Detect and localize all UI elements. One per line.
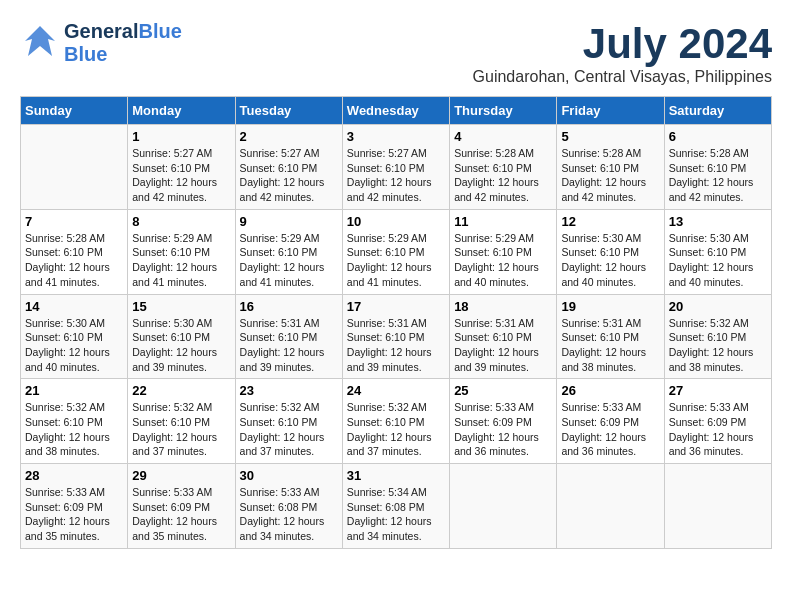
calendar-cell: 18Sunrise: 5:31 AM Sunset: 6:10 PM Dayli… xyxy=(450,294,557,379)
calendar-week-row: 1Sunrise: 5:27 AM Sunset: 6:10 PM Daylig… xyxy=(21,125,772,210)
calendar-cell: 22Sunrise: 5:32 AM Sunset: 6:10 PM Dayli… xyxy=(128,379,235,464)
calendar-cell: 29Sunrise: 5:33 AM Sunset: 6:09 PM Dayli… xyxy=(128,464,235,549)
day-info: Sunrise: 5:33 AM Sunset: 6:09 PM Dayligh… xyxy=(132,485,230,544)
calendar-cell: 3Sunrise: 5:27 AM Sunset: 6:10 PM Daylig… xyxy=(342,125,449,210)
day-info: Sunrise: 5:32 AM Sunset: 6:10 PM Dayligh… xyxy=(240,400,338,459)
day-number: 13 xyxy=(669,214,767,229)
calendar-cell: 20Sunrise: 5:32 AM Sunset: 6:10 PM Dayli… xyxy=(664,294,771,379)
day-number: 24 xyxy=(347,383,445,398)
calendar-cell: 19Sunrise: 5:31 AM Sunset: 6:10 PM Dayli… xyxy=(557,294,664,379)
day-number: 11 xyxy=(454,214,552,229)
page-subtitle: Guindarohan, Central Visayas, Philippine… xyxy=(473,68,772,86)
calendar-cell: 8Sunrise: 5:29 AM Sunset: 6:10 PM Daylig… xyxy=(128,209,235,294)
calendar-cell: 2Sunrise: 5:27 AM Sunset: 6:10 PM Daylig… xyxy=(235,125,342,210)
calendar-cell: 5Sunrise: 5:28 AM Sunset: 6:10 PM Daylig… xyxy=(557,125,664,210)
calendar-week-row: 7Sunrise: 5:28 AM Sunset: 6:10 PM Daylig… xyxy=(21,209,772,294)
day-info: Sunrise: 5:28 AM Sunset: 6:10 PM Dayligh… xyxy=(669,146,767,205)
logo-blue-label: Blue xyxy=(64,43,182,66)
calendar-cell xyxy=(21,125,128,210)
logo: GeneralBlue Blue xyxy=(20,20,182,66)
calendar-week-row: 28Sunrise: 5:33 AM Sunset: 6:09 PM Dayli… xyxy=(21,464,772,549)
day-number: 29 xyxy=(132,468,230,483)
calendar-cell: 30Sunrise: 5:33 AM Sunset: 6:08 PM Dayli… xyxy=(235,464,342,549)
day-number: 17 xyxy=(347,299,445,314)
day-info: Sunrise: 5:29 AM Sunset: 6:10 PM Dayligh… xyxy=(240,231,338,290)
day-info: Sunrise: 5:31 AM Sunset: 6:10 PM Dayligh… xyxy=(347,316,445,375)
day-number: 30 xyxy=(240,468,338,483)
calendar-header-row: SundayMondayTuesdayWednesdayThursdayFrid… xyxy=(21,97,772,125)
calendar-body: 1Sunrise: 5:27 AM Sunset: 6:10 PM Daylig… xyxy=(21,125,772,549)
day-number: 3 xyxy=(347,129,445,144)
day-info: Sunrise: 5:28 AM Sunset: 6:10 PM Dayligh… xyxy=(561,146,659,205)
calendar-cell xyxy=(664,464,771,549)
day-info: Sunrise: 5:27 AM Sunset: 6:10 PM Dayligh… xyxy=(347,146,445,205)
calendar-cell: 9Sunrise: 5:29 AM Sunset: 6:10 PM Daylig… xyxy=(235,209,342,294)
day-of-week-header: Wednesday xyxy=(342,97,449,125)
calendar-cell: 1Sunrise: 5:27 AM Sunset: 6:10 PM Daylig… xyxy=(128,125,235,210)
calendar-week-row: 21Sunrise: 5:32 AM Sunset: 6:10 PM Dayli… xyxy=(21,379,772,464)
day-of-week-header: Saturday xyxy=(664,97,771,125)
day-number: 21 xyxy=(25,383,123,398)
day-info: Sunrise: 5:27 AM Sunset: 6:10 PM Dayligh… xyxy=(240,146,338,205)
svg-marker-0 xyxy=(25,26,55,56)
calendar-cell: 11Sunrise: 5:29 AM Sunset: 6:10 PM Dayli… xyxy=(450,209,557,294)
day-number: 15 xyxy=(132,299,230,314)
calendar-cell: 28Sunrise: 5:33 AM Sunset: 6:09 PM Dayli… xyxy=(21,464,128,549)
day-number: 4 xyxy=(454,129,552,144)
day-info: Sunrise: 5:30 AM Sunset: 6:10 PM Dayligh… xyxy=(669,231,767,290)
day-info: Sunrise: 5:30 AM Sunset: 6:10 PM Dayligh… xyxy=(25,316,123,375)
calendar-cell: 6Sunrise: 5:28 AM Sunset: 6:10 PM Daylig… xyxy=(664,125,771,210)
calendar-cell: 27Sunrise: 5:33 AM Sunset: 6:09 PM Dayli… xyxy=(664,379,771,464)
day-info: Sunrise: 5:32 AM Sunset: 6:10 PM Dayligh… xyxy=(132,400,230,459)
calendar-cell: 16Sunrise: 5:31 AM Sunset: 6:10 PM Dayli… xyxy=(235,294,342,379)
calendar-cell: 14Sunrise: 5:30 AM Sunset: 6:10 PM Dayli… xyxy=(21,294,128,379)
day-number: 10 xyxy=(347,214,445,229)
day-number: 27 xyxy=(669,383,767,398)
day-info: Sunrise: 5:33 AM Sunset: 6:09 PM Dayligh… xyxy=(561,400,659,459)
day-number: 12 xyxy=(561,214,659,229)
calendar-cell: 12Sunrise: 5:30 AM Sunset: 6:10 PM Dayli… xyxy=(557,209,664,294)
day-number: 14 xyxy=(25,299,123,314)
page-header: GeneralBlue Blue July 2024 Guindarohan, … xyxy=(20,20,772,86)
calendar-cell: 4Sunrise: 5:28 AM Sunset: 6:10 PM Daylig… xyxy=(450,125,557,210)
calendar-cell xyxy=(450,464,557,549)
calendar-week-row: 14Sunrise: 5:30 AM Sunset: 6:10 PM Dayli… xyxy=(21,294,772,379)
calendar-cell: 25Sunrise: 5:33 AM Sunset: 6:09 PM Dayli… xyxy=(450,379,557,464)
calendar-cell: 23Sunrise: 5:32 AM Sunset: 6:10 PM Dayli… xyxy=(235,379,342,464)
day-of-week-header: Thursday xyxy=(450,97,557,125)
logo-text: GeneralBlue Blue xyxy=(64,20,182,66)
calendar-cell: 17Sunrise: 5:31 AM Sunset: 6:10 PM Dayli… xyxy=(342,294,449,379)
calendar-cell xyxy=(557,464,664,549)
day-info: Sunrise: 5:32 AM Sunset: 6:10 PM Dayligh… xyxy=(669,316,767,375)
day-number: 5 xyxy=(561,129,659,144)
day-number: 19 xyxy=(561,299,659,314)
calendar-cell: 10Sunrise: 5:29 AM Sunset: 6:10 PM Dayli… xyxy=(342,209,449,294)
day-number: 9 xyxy=(240,214,338,229)
day-number: 25 xyxy=(454,383,552,398)
day-number: 20 xyxy=(669,299,767,314)
day-info: Sunrise: 5:29 AM Sunset: 6:10 PM Dayligh… xyxy=(347,231,445,290)
day-info: Sunrise: 5:32 AM Sunset: 6:10 PM Dayligh… xyxy=(25,400,123,459)
day-info: Sunrise: 5:31 AM Sunset: 6:10 PM Dayligh… xyxy=(240,316,338,375)
day-number: 23 xyxy=(240,383,338,398)
day-number: 18 xyxy=(454,299,552,314)
day-number: 8 xyxy=(132,214,230,229)
day-of-week-header: Monday xyxy=(128,97,235,125)
calendar-cell: 24Sunrise: 5:32 AM Sunset: 6:10 PM Dayli… xyxy=(342,379,449,464)
day-info: Sunrise: 5:31 AM Sunset: 6:10 PM Dayligh… xyxy=(561,316,659,375)
day-info: Sunrise: 5:33 AM Sunset: 6:08 PM Dayligh… xyxy=(240,485,338,544)
day-of-week-header: Sunday xyxy=(21,97,128,125)
calendar-cell: 15Sunrise: 5:30 AM Sunset: 6:10 PM Dayli… xyxy=(128,294,235,379)
day-info: Sunrise: 5:33 AM Sunset: 6:09 PM Dayligh… xyxy=(454,400,552,459)
day-info: Sunrise: 5:30 AM Sunset: 6:10 PM Dayligh… xyxy=(132,316,230,375)
day-number: 7 xyxy=(25,214,123,229)
calendar-cell: 26Sunrise: 5:33 AM Sunset: 6:09 PM Dayli… xyxy=(557,379,664,464)
day-number: 26 xyxy=(561,383,659,398)
calendar-table: SundayMondayTuesdayWednesdayThursdayFrid… xyxy=(20,96,772,549)
day-info: Sunrise: 5:30 AM Sunset: 6:10 PM Dayligh… xyxy=(561,231,659,290)
page-title: July 2024 xyxy=(473,20,772,68)
day-number: 31 xyxy=(347,468,445,483)
day-info: Sunrise: 5:33 AM Sunset: 6:09 PM Dayligh… xyxy=(25,485,123,544)
day-number: 22 xyxy=(132,383,230,398)
day-number: 16 xyxy=(240,299,338,314)
